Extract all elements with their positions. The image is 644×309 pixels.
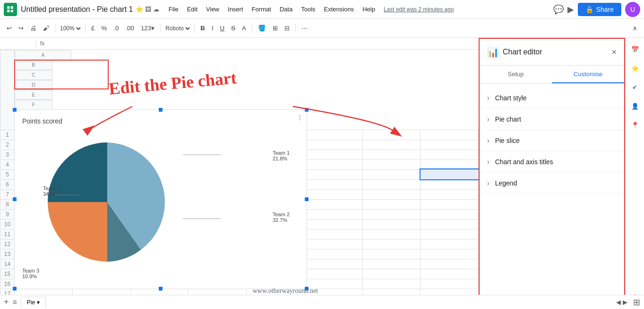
italic-button[interactable]: I	[209, 23, 216, 34]
resize-handle-ml[interactable]	[13, 197, 17, 201]
borders-button[interactable]: ⊞	[270, 23, 281, 34]
cell-16-g[interactable]	[362, 279, 421, 289]
more-button[interactable]: ⋯	[299, 23, 310, 34]
cell-1-h[interactable]	[421, 130, 479, 140]
view-sheets-button[interactable]: ≡	[13, 298, 17, 307]
cell-3-g[interactable]	[362, 150, 421, 159]
resize-handle-br[interactable]	[305, 287, 309, 291]
col-header-a[interactable]: A	[15, 50, 71, 60]
decimal-increase-button[interactable]: .00	[122, 23, 137, 34]
menu-view[interactable]: View	[202, 4, 223, 15]
cell-13-h[interactable]	[421, 249, 479, 259]
redo-button[interactable]: ↪	[16, 23, 26, 34]
fill-color-button[interactable]: 🪣	[255, 23, 269, 34]
editor-close-button[interactable]: ×	[611, 47, 617, 57]
comment-icon[interactable]: 💬	[553, 4, 564, 15]
undo-button[interactable]: ↩	[4, 23, 15, 34]
sheet-tab-chevron[interactable]: ▾	[37, 299, 40, 306]
cell-14-f[interactable]	[304, 259, 362, 269]
last-edit[interactable]: Last edit was 2 minutes ago	[384, 6, 454, 13]
cell-5-h[interactable]	[421, 169, 479, 179]
menu-help[interactable]: Help	[359, 4, 379, 15]
cell-11-g[interactable]	[362, 229, 421, 239]
resize-handle-tm[interactable]	[159, 108, 163, 112]
collapse-button[interactable]: ∧	[630, 23, 640, 34]
cell-1-f[interactable]	[304, 130, 362, 140]
add-sheet-button[interactable]: +	[4, 297, 9, 307]
col-header-f[interactable]: F	[15, 100, 52, 110]
resize-handle-bl[interactable]	[13, 287, 17, 291]
cell-2-h[interactable]	[421, 140, 479, 150]
cell-15-h[interactable]	[421, 269, 479, 279]
cell-4-g[interactable]	[362, 159, 421, 169]
cell-13-f[interactable]	[304, 249, 362, 259]
bold-button[interactable]: B	[197, 23, 208, 34]
share-button[interactable]: 🔒 Share	[578, 3, 621, 16]
cell-3-f[interactable]	[304, 150, 362, 159]
chart-menu-button[interactable]: ⋮	[297, 114, 303, 121]
cell-1-g[interactable]	[362, 130, 421, 140]
cell-12-f[interactable]	[304, 239, 362, 249]
zoom-select[interactable]: 100%	[58, 25, 82, 32]
cell-4-h[interactable]	[421, 159, 479, 169]
tab-setup[interactable]: Setup	[480, 66, 552, 83]
cell-9-g[interactable]	[362, 209, 421, 219]
cell-7-f[interactable]	[304, 189, 362, 199]
section-chart-style[interactable]: › Chart style	[480, 88, 624, 109]
cell-10-g[interactable]	[362, 219, 421, 229]
add-sheet-right[interactable]: ⊞	[633, 297, 640, 308]
doc-title[interactable]: Untitled presentation - Pie chart 1	[21, 5, 133, 14]
menu-insert[interactable]: Insert	[224, 4, 247, 15]
cell-5-f[interactable]	[304, 169, 362, 179]
resize-handle-tr[interactable]	[305, 108, 309, 112]
cell-13-g[interactable]	[362, 249, 421, 259]
format-button[interactable]: 123▾	[138, 23, 157, 34]
col-header-e[interactable]: E	[15, 90, 52, 100]
resize-handle-mr[interactable]	[305, 197, 309, 201]
merge-button[interactable]: ⊟	[282, 23, 292, 34]
sidebar-person-icon[interactable]: 👤	[627, 98, 643, 114]
section-legend[interactable]: › Legend	[480, 173, 624, 194]
menu-file[interactable]: File	[165, 4, 182, 15]
section-pie-chart[interactable]: › Pie chart	[480, 109, 624, 130]
cell-15-f[interactable]	[304, 269, 362, 279]
cell-2-f[interactable]	[304, 140, 362, 150]
cell-8-g[interactable]	[362, 199, 421, 209]
paint-format-button[interactable]: 🖌	[40, 23, 52, 34]
percent-button[interactable]: %	[98, 23, 110, 34]
cell-10-f[interactable]	[304, 219, 362, 229]
cell-14-h[interactable]	[421, 259, 479, 269]
cell-ref-input[interactable]: H5	[4, 40, 32, 47]
text-color-button[interactable]: A	[239, 23, 249, 34]
menu-edit[interactable]: Edit	[183, 4, 201, 15]
section-chart-axis-titles[interactable]: › Chart and axis titles	[480, 151, 624, 173]
cell-11-h[interactable]	[421, 229, 479, 239]
resize-handle-bm[interactable]	[159, 287, 163, 291]
cell-12-g[interactable]	[362, 239, 421, 249]
menu-format[interactable]: Format	[248, 4, 275, 15]
cell-3-h[interactable]	[421, 150, 479, 159]
cell-2-g[interactable]	[362, 140, 421, 150]
cell-15-g[interactable]	[362, 269, 421, 279]
cell-9-f[interactable]	[304, 209, 362, 219]
cell-9-h[interactable]	[421, 209, 479, 219]
decimal-decrease-button[interactable]: .0	[111, 23, 121, 34]
cell-6-f[interactable]	[304, 179, 362, 189]
cell-16-h[interactable]	[421, 279, 479, 289]
cell-6-g[interactable]	[362, 179, 421, 189]
sidebar-calendar-icon[interactable]: 📅	[627, 42, 643, 57]
cell-6-h[interactable]	[421, 179, 479, 189]
sheet-tab-pie[interactable]: Pie ▾	[21, 297, 46, 308]
col-header-d[interactable]: D	[15, 80, 52, 90]
font-select[interactable]: Roboto	[163, 25, 191, 32]
menu-extensions[interactable]: Extensions	[320, 4, 358, 15]
col-header-c[interactable]: C	[15, 70, 52, 80]
pie-segment-team2[interactable]	[48, 202, 107, 262]
cell-11-f[interactable]	[304, 229, 362, 239]
section-pie-slice[interactable]: › Pie slice	[480, 130, 624, 151]
slideshow-icon[interactable]: ▶	[567, 4, 574, 15]
chart-container[interactable]: ⋮ Points scored	[14, 109, 307, 289]
cell-7-g[interactable]	[362, 189, 421, 199]
cell-10-h[interactable]	[421, 219, 479, 229]
scroll-left[interactable]: ◀	[616, 299, 621, 306]
